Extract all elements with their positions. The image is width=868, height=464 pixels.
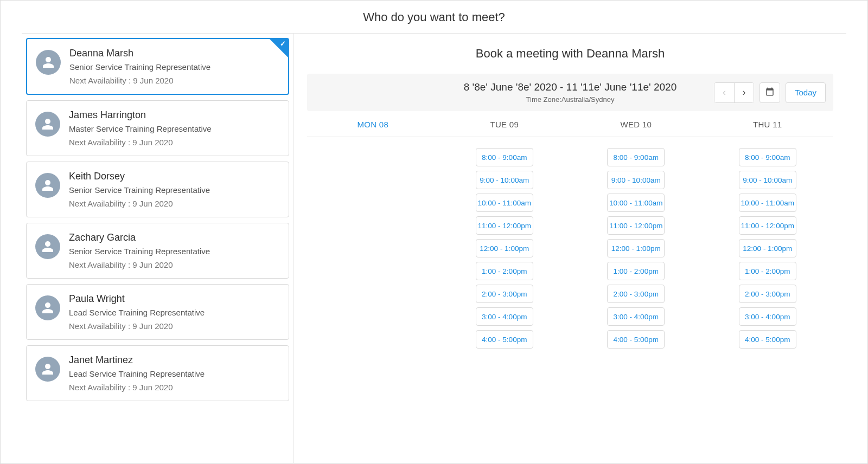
prev-week-button[interactable]: ‹ [714, 83, 734, 102]
person-role: Senior Service Training Representative [69, 185, 210, 195]
time-slot[interactable]: 4:00 - 5:00pm [739, 330, 796, 349]
avatar [36, 50, 61, 75]
days-body: 8:00 - 9:00am9:00 - 10:00am10:00 - 11:00… [307, 148, 833, 349]
time-slot[interactable]: 3:00 - 4:00pm [607, 307, 665, 326]
date-range: 8 '8e' June '8e' 2020 - 11 '11e' June '1… [464, 81, 676, 93]
person-availability: Next Availability : 9 Jun 2020 [69, 199, 210, 208]
person-card[interactable]: Keith DorseySenior Service Training Repr… [26, 162, 289, 217]
time-slot[interactable]: 12:00 - 1:00pm [476, 239, 533, 257]
person-card[interactable]: Zachary GarciaSenior Service Training Re… [26, 223, 289, 279]
day-header[interactable]: THU 11 [702, 120, 834, 129]
avatar [35, 112, 60, 137]
time-slot[interactable]: 11:00 - 12:00pm [607, 216, 665, 235]
person-card[interactable]: James HarringtonMaster Service Training … [26, 100, 289, 156]
person-name: Keith Dorsey [69, 171, 210, 182]
timezone-label: Time Zone:Australia/Sydney [464, 95, 676, 104]
time-slot[interactable]: 9:00 - 10:00am [607, 171, 665, 189]
page-title: Who do you want to meet? [22, 1, 846, 34]
time-slot[interactable]: 8:00 - 9:00am [739, 148, 796, 166]
days-header: MON 08TUE 09WED 10THU 11 [307, 120, 833, 137]
day-column: 8:00 - 9:00am9:00 - 10:00am10:00 - 11:00… [570, 148, 702, 349]
time-slot[interactable]: 4:00 - 5:00pm [476, 330, 533, 349]
time-slot[interactable]: 9:00 - 10:00am [476, 171, 533, 189]
time-slot[interactable]: 1:00 - 2:00pm [476, 262, 533, 280]
time-slot[interactable]: 2:00 - 3:00pm [607, 285, 665, 303]
avatar [35, 234, 60, 259]
day-column [307, 148, 439, 349]
person-name: Deanna Marsh [69, 48, 210, 59]
time-slot[interactable]: 1:00 - 2:00pm [607, 262, 665, 280]
person-availability: Next Availability : 9 Jun 2020 [69, 321, 205, 331]
time-slot[interactable]: 11:00 - 12:00pm [476, 216, 533, 235]
person-role: Master Service Training Representative [69, 124, 212, 133]
person-card[interactable]: Paula WrightLead Service Training Repres… [26, 284, 289, 340]
avatar [35, 295, 60, 320]
person-role: Senior Service Training Representative [69, 62, 210, 72]
person-role: Lead Service Training Representative [69, 369, 205, 378]
time-slot[interactable]: 2:00 - 3:00pm [476, 285, 533, 303]
person-name: Zachary Garcia [69, 232, 210, 243]
person-role: Lead Service Training Representative [69, 308, 205, 317]
time-slot[interactable]: 3:00 - 4:00pm [739, 307, 796, 326]
time-slot[interactable]: 12:00 - 1:00pm [739, 239, 796, 257]
time-slot[interactable]: 10:00 - 11:00am [739, 194, 796, 212]
person-availability: Next Availability : 9 Jun 2020 [69, 383, 205, 392]
booking-title: Book a meeting with Deanna Marsh [307, 47, 833, 61]
today-button[interactable]: Today [786, 82, 826, 103]
calendar-button[interactable] [760, 82, 780, 103]
day-column: 8:00 - 9:00am9:00 - 10:00am10:00 - 11:00… [439, 148, 571, 349]
date-nav-bar: 8 '8e' June '8e' 2020 - 11 '11e' June '1… [307, 74, 833, 111]
person-availability: Next Availability : 9 Jun 2020 [69, 76, 210, 85]
person-card[interactable]: Deanna MarshSenior Service Training Repr… [26, 38, 289, 95]
time-slot[interactable]: 9:00 - 10:00am [739, 171, 796, 189]
calendar-icon [765, 87, 775, 98]
time-slot[interactable]: 1:00 - 2:00pm [739, 262, 796, 280]
time-slot[interactable]: 3:00 - 4:00pm [476, 307, 533, 326]
time-slot[interactable]: 4:00 - 5:00pm [607, 330, 665, 349]
next-week-button[interactable]: › [734, 83, 754, 102]
time-slot[interactable]: 11:00 - 12:00pm [739, 216, 796, 235]
day-header[interactable]: TUE 09 [439, 120, 571, 129]
person-card[interactable]: Janet MartinezLead Service Training Repr… [26, 345, 289, 401]
people-sidebar: Deanna MarshSenior Service Training Repr… [22, 34, 294, 463]
time-slot[interactable]: 10:00 - 11:00am [476, 194, 533, 212]
person-availability: Next Availability : 9 Jun 2020 [69, 260, 210, 269]
person-role: Senior Service Training Representative [69, 247, 210, 256]
time-slot[interactable]: 8:00 - 9:00am [476, 148, 533, 166]
chevron-left-icon: ‹ [723, 87, 726, 98]
person-availability: Next Availability : 9 Jun 2020 [69, 138, 212, 147]
day-column: 8:00 - 9:00am9:00 - 10:00am10:00 - 11:00… [702, 148, 834, 349]
person-name: James Harrington [69, 109, 212, 121]
day-header[interactable]: WED 10 [570, 120, 702, 129]
time-slot[interactable]: 8:00 - 9:00am [607, 148, 665, 166]
person-name: Paula Wright [69, 293, 205, 305]
chevron-right-icon: › [742, 87, 745, 98]
avatar [35, 357, 60, 382]
date-nav-arrows: ‹ › [714, 82, 754, 103]
avatar [35, 173, 60, 198]
time-slot[interactable]: 2:00 - 3:00pm [739, 285, 796, 303]
person-name: Janet Martinez [69, 355, 205, 366]
time-slot[interactable]: 12:00 - 1:00pm [607, 239, 665, 257]
time-slot[interactable]: 10:00 - 11:00am [607, 194, 665, 212]
day-header[interactable]: MON 08 [307, 120, 439, 129]
